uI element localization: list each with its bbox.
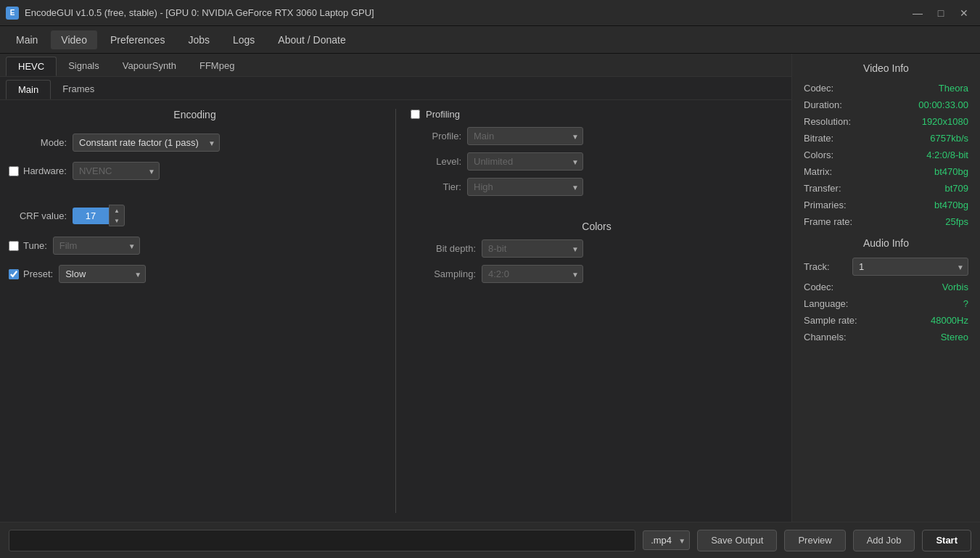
- tab-vapoursynth[interactable]: VapourSynth: [111, 57, 188, 76]
- colors-val: 4:2:0/8-bit: [926, 149, 968, 160]
- menu-item-about-donate[interactable]: About / Donate: [268, 30, 355, 49]
- audio-info-title: Audio Info: [804, 237, 968, 249]
- audio-info-channels: Channels: Stereo: [804, 330, 968, 344]
- crf-decrement-button[interactable]: ▼: [110, 216, 124, 226]
- maximize-button[interactable]: □: [931, 4, 951, 22]
- profiling-checkbox[interactable]: [411, 110, 420, 119]
- video-info-codec: Codec: Theora: [804, 81, 968, 95]
- tune-checkbox[interactable]: [9, 241, 19, 251]
- menu-item-jobs[interactable]: Jobs: [178, 30, 220, 49]
- bottom-bar: .mp4 .mkv .mov .avi ▼ Save Output Previe…: [0, 522, 980, 558]
- tune-select-wrapper: Film Animation Grain StillImage ▼: [53, 237, 140, 255]
- preset-select[interactable]: Ultrafast Superfast Veryfast Faster Fast…: [59, 265, 146, 283]
- inner-content: Encoding Mode: Constant rate factor (1 p…: [0, 100, 791, 522]
- menubar: Main Video Preferences Jobs Logs About /…: [0, 26, 980, 54]
- profile-label: Profile:: [411, 131, 461, 141]
- right-panel: Profiling Profile: Main Main10 Main12 Hi…: [411, 109, 783, 513]
- menu-item-video[interactable]: Video: [51, 30, 97, 49]
- output-path-input[interactable]: [9, 530, 635, 551]
- tab-signals[interactable]: Signals: [57, 57, 111, 76]
- crf-increment-button[interactable]: ▲: [110, 205, 124, 216]
- sampling-select[interactable]: 4:2:0 4:2:2 4:4:4: [482, 265, 583, 283]
- mode-select-wrapper: Constant rate factor (1 pass) Constant r…: [73, 134, 220, 152]
- info-panel: Video Info Codec: Theora Duration: 00:00…: [791, 54, 980, 522]
- hardware-select-wrapper: NVENC AMF QSV ▼: [73, 162, 160, 180]
- tier-row: Tier: High Main ▼: [411, 178, 783, 196]
- colors-section: Colors Bit depth: 8-bit 10-bit 12-bit ▼: [411, 221, 783, 283]
- preview-button[interactable]: Preview: [784, 530, 845, 551]
- level-label: Level:: [411, 156, 461, 167]
- tune-checkbox-row: Tune:: [9, 240, 47, 251]
- duration-val: 00:00:33.00: [918, 99, 968, 110]
- minimize-button[interactable]: —: [907, 4, 928, 22]
- hardware-select[interactable]: NVENC AMF QSV: [73, 162, 160, 180]
- sampling-label: Sampling:: [411, 268, 476, 279]
- save-output-button[interactable]: Save Output: [697, 530, 777, 551]
- close-button[interactable]: ✕: [954, 4, 974, 22]
- start-button[interactable]: Start: [922, 530, 971, 551]
- mode-select[interactable]: Constant rate factor (1 pass) Constant r…: [73, 134, 220, 152]
- video-info-title: Video Info: [804, 62, 968, 74]
- track-key: Track:: [804, 261, 830, 272]
- profile-row: Profile: Main Main10 Main12 High ▼: [411, 127, 783, 145]
- channels-key: Channels:: [804, 332, 847, 342]
- bit-depth-select-wrapper: 8-bit 10-bit 12-bit ▼: [482, 239, 583, 258]
- subtabs1: HEVC Signals VapourSynth FFMpeg: [0, 54, 791, 77]
- tier-select[interactable]: High Main: [467, 178, 583, 196]
- preset-checkbox-row: Preset:: [9, 268, 53, 279]
- crf-input[interactable]: [73, 208, 109, 224]
- menu-item-logs[interactable]: Logs: [223, 30, 265, 49]
- menu-item-main[interactable]: Main: [6, 30, 48, 49]
- track-select-wrapper: 1 2 ▼: [852, 258, 968, 276]
- video-info-resolution: Resolution: 1920x1080: [804, 115, 968, 128]
- sampling-row: Sampling: 4:2:0 4:2:2 4:4:4 ▼: [411, 265, 783, 283]
- hardware-row: Hardware: NVENC AMF QSV ▼: [9, 162, 381, 180]
- app-icon: E: [6, 7, 19, 20]
- track-select[interactable]: 1 2: [852, 258, 968, 276]
- preset-checkbox[interactable]: [9, 269, 19, 279]
- language-key: Language:: [804, 298, 848, 309]
- tune-row: Tune: Film Animation Grain StillImage ▼: [9, 237, 381, 255]
- audio-track-row: Track: 1 2 ▼: [804, 256, 968, 277]
- audio-info-language: Language: ?: [804, 297, 968, 311]
- bit-depth-select[interactable]: 8-bit 10-bit 12-bit: [482, 239, 583, 258]
- level-select[interactable]: Unlimited 1 2 3 4 5 6: [467, 152, 583, 171]
- crf-label: CRF value:: [9, 210, 67, 221]
- tab-frames[interactable]: Frames: [51, 80, 106, 99]
- format-select[interactable]: .mp4 .mkv .mov .avi: [643, 530, 690, 550]
- tab-ffmpeg[interactable]: FFMpeg: [188, 57, 246, 76]
- tune-select[interactable]: Film Animation Grain StillImage: [53, 237, 140, 255]
- bitrate-key: Bitrate:: [804, 133, 833, 144]
- audio-info-codec: Codec: Vorbis: [804, 280, 968, 294]
- mode-label: Mode:: [9, 137, 67, 148]
- content-wrapper: HEVC Signals VapourSynth FFMpeg Main Fra…: [0, 54, 980, 522]
- video-info-duration: Duration: 00:00:33.00: [804, 98, 968, 112]
- profile-select-wrapper: Main Main10 Main12 High ▼: [467, 127, 583, 145]
- transfer-key: Transfer:: [804, 183, 841, 194]
- bitrate-val: 6757kb/s: [930, 133, 968, 144]
- menu-item-preferences[interactable]: Preferences: [100, 30, 175, 49]
- preset-label: Preset:: [23, 268, 53, 279]
- tab-main[interactable]: Main: [6, 80, 51, 99]
- crf-row: CRF value: ▲ ▼: [9, 205, 381, 226]
- video-info-transfer: Transfer: bt709: [804, 181, 968, 195]
- tune-label: Tune:: [23, 240, 47, 251]
- tab-hevc[interactable]: HEVC: [6, 57, 57, 76]
- hardware-checkbox[interactable]: [9, 166, 19, 176]
- preset-row: Preset: Ultrafast Superfast Veryfast Fas…: [9, 265, 381, 283]
- video-info-colors: Colors: 4:2:0/8-bit: [804, 148, 968, 162]
- crf-spin-buttons: ▲ ▼: [109, 205, 125, 226]
- video-info-framerate: Frame rate: 25fps: [804, 215, 968, 229]
- titlebar-left: E EncodeGUI v1.0.5 (free, stable) - [GPU…: [6, 7, 374, 20]
- audio-codec-key: Codec:: [804, 282, 833, 292]
- tier-label: Tier:: [411, 181, 461, 192]
- matrix-val: bt470bg: [934, 166, 968, 177]
- add-job-button[interactable]: Add Job: [853, 530, 915, 551]
- bit-depth-row: Bit depth: 8-bit 10-bit 12-bit ▼: [411, 239, 783, 258]
- bit-depth-label: Bit depth:: [411, 243, 476, 254]
- codec-key: Codec:: [804, 83, 833, 94]
- format-select-wrapper: .mp4 .mkv .mov .avi ▼: [643, 530, 690, 550]
- samplerate-val: 48000Hz: [931, 315, 968, 326]
- encoding-title: Encoding: [9, 109, 381, 120]
- profile-select[interactable]: Main Main10 Main12 High: [467, 127, 583, 145]
